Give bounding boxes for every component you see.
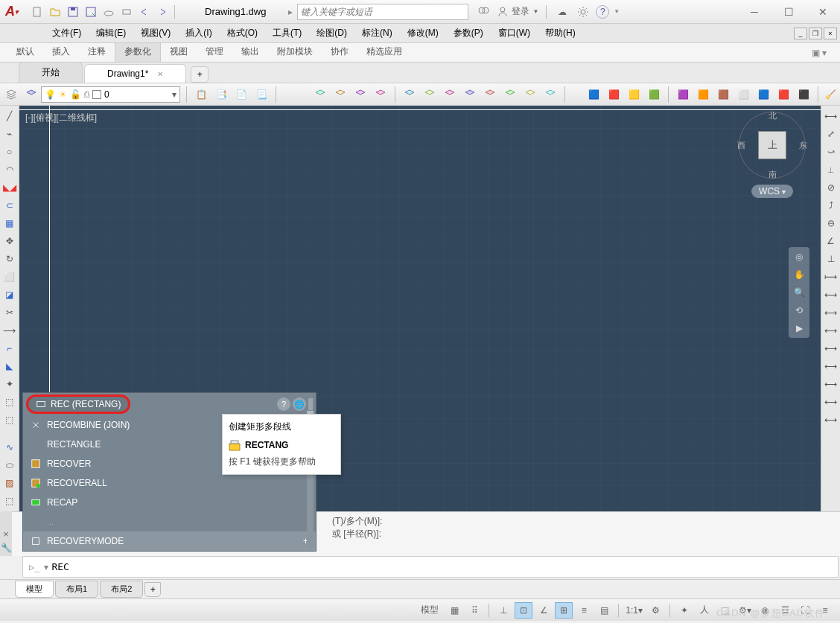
region-icon[interactable]: ⬚: [2, 493, 17, 508]
dim-icon[interactable]: ⟷: [824, 359, 839, 374]
menu-tools[interactable]: 工具(T): [265, 24, 309, 42]
gear-icon[interactable]: ⚙: [646, 602, 664, 619]
menu-draw[interactable]: 绘图(D): [309, 24, 354, 42]
mdi-minimize[interactable]: _: [794, 28, 807, 39]
mdi-restore[interactable]: ❐: [809, 28, 822, 39]
tab-annotate[interactable]: 注释: [79, 42, 115, 62]
tab-default[interactable]: 默认: [7, 42, 43, 62]
dim-linear-icon[interactable]: ⟷: [824, 109, 839, 124]
block-icon[interactable]: 🟦: [755, 86, 771, 103]
scale-label[interactable]: 1:1▾: [624, 602, 644, 619]
annoscale-icon[interactable]: 人: [696, 602, 713, 619]
ellipse-icon[interactable]: ⬭: [2, 458, 17, 473]
autocomplete-selected[interactable]: REC (RECTANG): [26, 394, 130, 414]
plot-icon[interactable]: [119, 4, 134, 19]
open-icon[interactable]: [48, 4, 63, 19]
menu-parametric[interactable]: 参数(P): [446, 24, 491, 42]
help-icon[interactable]: ?: [277, 397, 290, 411]
drag-handle-icon[interactable]: [308, 398, 313, 410]
pan-icon[interactable]: ✋: [794, 269, 805, 280]
layout-tab-1[interactable]: 布局1: [55, 581, 98, 598]
dim-icon[interactable]: ⟷: [824, 341, 839, 356]
move-icon[interactable]: ✥: [2, 234, 17, 249]
spline-icon[interactable]: ∿: [2, 440, 17, 455]
hatch-icon[interactable]: ▨: [2, 476, 17, 491]
dim-jog-icon[interactable]: ⤴: [824, 198, 839, 213]
snapmode-icon[interactable]: ⠿: [465, 602, 483, 619]
explode-icon[interactable]: ✦: [2, 377, 17, 392]
layer-iso-icon[interactable]: [542, 86, 559, 103]
extend-icon[interactable]: ⟶: [2, 323, 17, 338]
layer-iso-icon[interactable]: [502, 86, 518, 103]
autocomplete-item[interactable]: RECOVERYMODE+: [23, 531, 316, 551]
search-input[interactable]: [301, 7, 465, 17]
maximize-button[interactable]: ☐: [771, 0, 806, 24]
exchange-icon[interactable]: ☁: [554, 4, 570, 20]
tab-output[interactable]: 输出: [232, 42, 268, 62]
array-icon[interactable]: ▦: [2, 216, 17, 231]
tab-addins[interactable]: 附加模块: [268, 42, 322, 62]
block-icon[interactable]: 🟥: [775, 86, 792, 103]
rotate-icon[interactable]: ↻: [2, 252, 17, 266]
redo-icon[interactable]: [155, 4, 170, 19]
autocomplete-item[interactable]: ...: [23, 512, 316, 531]
undo-icon[interactable]: [137, 4, 152, 19]
chevron-down-icon[interactable]: ▾: [172, 89, 176, 100]
dim-ordinate-icon[interactable]: ⟂: [824, 162, 839, 177]
block-icon[interactable]: 🟨: [626, 86, 642, 103]
search-icon[interactable]: [476, 4, 492, 20]
otrack-icon[interactable]: ⊞: [555, 602, 573, 619]
app-logo[interactable]: A▾: [0, 0, 24, 24]
minimize-button[interactable]: ─: [737, 0, 771, 24]
layer-dropdown[interactable]: 💡 ☀ 🔓 ⎙ 0 ▾: [41, 86, 180, 103]
layer-iso-icon[interactable]: [401, 86, 418, 103]
viewcube[interactable]: 北 南 西 东 上 WCS ▾: [735, 112, 809, 208]
lineweight-icon[interactable]: ≡: [575, 602, 593, 619]
layer-iso-icon[interactable]: [332, 86, 349, 103]
menu-dimension[interactable]: 标注(N): [354, 24, 400, 42]
save-icon[interactable]: [66, 4, 80, 19]
menu-insert[interactable]: 插入(I): [178, 24, 219, 42]
line-icon[interactable]: ╱: [2, 109, 17, 124]
tab-drawing1[interactable]: Drawing1*✕: [84, 64, 186, 83]
block-icon[interactable]: 🟩: [646, 86, 662, 103]
tab-insert[interactable]: 插入: [43, 42, 79, 62]
layer-props-icon[interactable]: [3, 86, 19, 103]
layer-tool-icon[interactable]: 📃: [253, 86, 270, 103]
transparency-icon[interactable]: ▤: [595, 602, 613, 619]
block-icon[interactable]: 🟥: [605, 86, 622, 103]
dim-icon[interactable]: ⟷: [824, 412, 839, 427]
layout-tab-model[interactable]: 模型: [15, 581, 54, 598]
new-tab-button[interactable]: +: [191, 66, 209, 83]
dim-aligned-icon[interactable]: ⤢: [824, 127, 839, 141]
dim-icon[interactable]: ⟷: [824, 305, 839, 320]
saveas-icon[interactable]: [83, 4, 98, 19]
layer-iso-icon[interactable]: [312, 86, 328, 103]
help-search[interactable]: [297, 4, 468, 20]
layer-iso-icon[interactable]: [442, 86, 458, 103]
signin-button[interactable]: 登录▼: [497, 4, 538, 20]
menu-file[interactable]: 文件(F): [45, 24, 89, 42]
dim-radius-icon[interactable]: ⊘: [824, 180, 839, 195]
fillet-icon[interactable]: ⌐: [2, 341, 17, 356]
annomonitor-icon[interactable]: ✦: [675, 602, 693, 619]
layer-iso-icon[interactable]: [462, 86, 478, 103]
cleanup-icon[interactable]: 🧹: [824, 86, 837, 103]
globe-icon[interactable]: 🌐: [293, 397, 306, 411]
ortho-icon[interactable]: ⊥: [494, 602, 512, 619]
layer-tool-icon[interactable]: 📋: [193, 86, 209, 103]
navigation-bar[interactable]: ◎ ✋ 🔍 ⟲ ▶: [789, 247, 809, 338]
autocomplete-item[interactable]: RECAP: [23, 493, 316, 512]
tab-collaborate[interactable]: 协作: [322, 42, 357, 62]
wcs-badge[interactable]: WCS ▾: [751, 185, 793, 198]
new-icon[interactable]: [30, 4, 45, 19]
grid-icon[interactable]: ▦: [445, 602, 463, 619]
layer-tool-icon[interactable]: 📄: [233, 86, 249, 103]
stretch-icon[interactable]: ◪: [2, 287, 17, 302]
osnap-icon[interactable]: ∠: [535, 602, 553, 619]
mdi-close[interactable]: ×: [824, 28, 837, 39]
block-icon[interactable]: 🟧: [695, 86, 711, 103]
menu-help[interactable]: 帮助(H): [538, 24, 583, 42]
scale-icon[interactable]: ⬜: [2, 269, 17, 284]
chamfer-icon[interactable]: ◣: [2, 359, 17, 374]
